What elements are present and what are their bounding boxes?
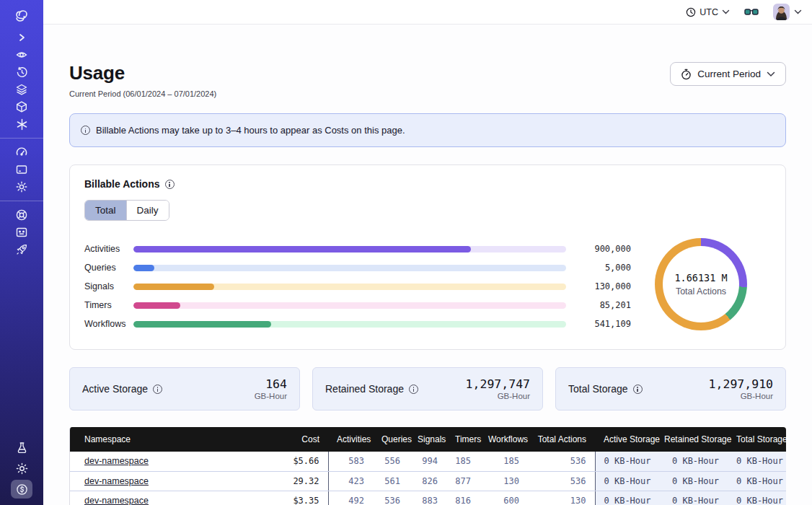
reader-glasses-button[interactable]	[744, 8, 759, 17]
topbar: UTC	[43, 0, 812, 25]
workflows-cell: 130	[480, 471, 528, 491]
usage-gauge-icon[interactable]	[0, 144, 43, 161]
clock-icon	[686, 7, 696, 17]
bar-fill	[133, 265, 154, 271]
bar-track	[133, 265, 566, 271]
total-actions-cell: 130	[528, 491, 595, 505]
col-queries: Queries	[373, 427, 409, 452]
storage-card-label: Active Storage	[82, 383, 148, 395]
labs-flask-icon[interactable]	[0, 439, 43, 456]
total-actions-value: 1.66131 M	[674, 272, 727, 284]
timers-cell: 816	[446, 491, 480, 505]
bar-track	[133, 284, 566, 290]
bar-label: Timers	[84, 300, 133, 310]
namespaces-icon[interactable]	[0, 46, 43, 63]
bar-value: 5,000	[576, 263, 631, 273]
total-actions-label: Total Actions	[676, 286, 726, 297]
settings-gear-icon[interactable]	[0, 178, 43, 196]
active-nav-highlight	[11, 480, 32, 499]
total-actions-donut: 1.66131 M Total Actions	[655, 238, 747, 330]
assistant-terminal-icon[interactable]	[0, 224, 43, 241]
bar-value: 130,000	[576, 281, 631, 291]
namespace-link[interactable]: dev-namespace	[84, 456, 149, 466]
timezone-label: UTC	[700, 7, 718, 17]
rocket-icon[interactable]	[0, 241, 43, 258]
tab-daily[interactable]: Daily	[126, 201, 169, 220]
bar-row-workflows: Workflows 541,109	[84, 315, 631, 333]
usage-page: Usage Current Period (06/01/2024 – 07/01…	[43, 25, 812, 505]
col-signals: Signals	[409, 427, 446, 452]
active-storage-card: Active Storage 164 GB-Hour	[69, 367, 300, 410]
activities-cell: 583	[328, 452, 373, 471]
info-banner: Billable Actions may take up to 3–4 hour…	[69, 113, 786, 147]
temporal-logo-icon[interactable]	[0, 6, 43, 26]
namespace-link[interactable]: dev-namespace	[84, 476, 149, 486]
timers-cell: 877	[446, 471, 480, 491]
total-actions-cell: 536	[528, 471, 595, 491]
tab-total[interactable]: Total	[85, 201, 126, 220]
user-menu[interactable]	[773, 4, 802, 20]
info-icon[interactable]	[633, 385, 643, 394]
signals-cell: 883	[409, 491, 446, 505]
retained-storage-cell: 0 KB-Hour	[656, 491, 728, 505]
retained-storage-cell: 0 KB-Hour	[656, 452, 728, 471]
cost-cell: $3.35	[273, 491, 328, 505]
storage-card-label: Total Storage	[568, 383, 628, 395]
deployments-cube-icon[interactable]	[0, 98, 43, 115]
support-lifebuoy-icon[interactable]	[0, 206, 43, 224]
active-storage-cell: 0 KB-Hour	[595, 452, 656, 471]
bar-label: Activities	[84, 244, 133, 254]
usage-billing-dollar-icon[interactable]	[0, 480, 43, 498]
queries-cell: 556	[373, 452, 409, 471]
bar-row-queries: Queries 5,000	[84, 258, 631, 277]
bar-label: Signals	[84, 281, 133, 291]
queries-cell: 536	[373, 491, 409, 505]
active-storage-cell: 0 KB-Hour	[595, 471, 656, 491]
namespace-usage-table: Namespace Cost Activities Queries Signal…	[69, 427, 786, 505]
asterisk-icon[interactable]	[0, 115, 43, 133]
table-row: dev-namespace $3.35 492 536 883 816 600 …	[70, 491, 786, 505]
donut-center: 1.66131 M Total Actions	[663, 246, 739, 322]
bar-fill	[133, 246, 471, 252]
chevron-down-icon	[722, 9, 730, 14]
total-storage-cell: 0 KB-Hour	[728, 471, 786, 491]
activities-cell: 492	[328, 491, 373, 505]
period-selector-button[interactable]: Current Period	[670, 62, 786, 86]
total-storage-card: Total Storage 1,297,910 GB-Hour	[555, 367, 786, 410]
storage-card-value: 1,297,910	[709, 377, 773, 391]
table-row: dev-namespace 29.32 423 561 826 877 130 …	[70, 471, 786, 491]
info-icon[interactable]	[165, 180, 175, 189]
cost-cell: $5.66	[273, 452, 328, 471]
col-namespace: Namespace	[70, 427, 273, 452]
history-icon[interactable]	[0, 63, 43, 81]
sidebar-divider	[0, 201, 43, 201]
total-storage-cell: 0 KB-Hour	[728, 452, 786, 471]
namespace-link[interactable]: dev-namespace	[84, 496, 149, 505]
workflows-cell: 185	[480, 452, 528, 471]
info-icon[interactable]	[153, 385, 162, 394]
collapse-chevron-icon[interactable]	[0, 29, 43, 46]
retained-storage-cell: 0 KB-Hour	[656, 471, 728, 491]
bar-track	[133, 321, 566, 328]
page-title: Usage	[69, 62, 216, 84]
billing-card-icon[interactable]	[0, 161, 43, 178]
banner-text: Billable Actions may take up to 3–4 hour…	[96, 125, 405, 136]
queries-cell: 561	[373, 471, 409, 491]
col-total-storage: Total Storage	[728, 427, 786, 452]
col-active-storage: Active Storage	[595, 427, 656, 452]
col-workflows: Workflows	[480, 427, 528, 452]
info-icon[interactable]	[409, 385, 418, 394]
glasses-icon	[744, 8, 759, 17]
billable-actions-title: Billable Actions	[84, 178, 160, 190]
bar-fill	[133, 321, 271, 328]
billable-actions-bar-chart: Activities 900,000 Queries 5,000 Signals…	[84, 235, 631, 333]
total-actions-cell: 536	[528, 452, 595, 471]
bar-track	[133, 302, 566, 309]
layers-icon[interactable]	[0, 81, 43, 98]
timezone-selector[interactable]: UTC	[686, 7, 730, 17]
theme-sun-icon[interactable]	[0, 460, 43, 477]
col-cost: Cost	[273, 427, 328, 452]
info-icon	[81, 126, 90, 135]
active-storage-cell: 0 KB-Hour	[595, 491, 656, 505]
chart-view-tabs: Total Daily	[84, 200, 169, 221]
